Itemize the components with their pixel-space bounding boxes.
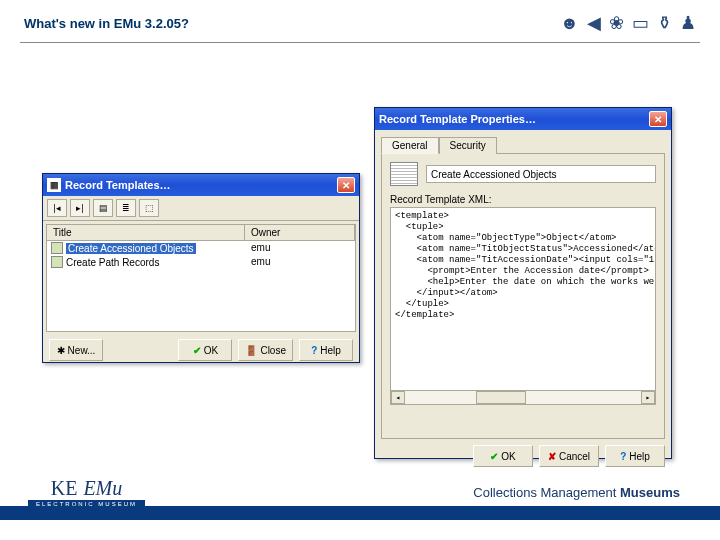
scroll-thumb[interactable]	[476, 391, 526, 404]
row-owner: emu	[245, 256, 355, 268]
page-header: What's new in EMu 3.2.05? ☻ ◀ ❀ ▭ ⚱ ♟	[0, 0, 720, 42]
footer-content: KE EMu ELECTRONIC MUSEUM Collections Man…	[0, 478, 720, 506]
xml-label: Record Template XML:	[390, 194, 656, 205]
horizontal-scrollbar[interactable]: ◂ ▸	[391, 390, 655, 404]
header-icon-row: ☻ ◀ ❀ ▭ ⚱ ♟	[560, 12, 696, 34]
window-icon: ▦	[47, 178, 61, 192]
scroll-track[interactable]	[405, 391, 641, 404]
logo-ke: KE	[51, 477, 78, 500]
vase-icon: ⚱	[657, 12, 672, 34]
delete-button[interactable]: ⬚	[139, 199, 159, 217]
question-icon: ?	[620, 451, 626, 462]
mask-icon: ☻	[560, 13, 579, 34]
document-icon	[51, 242, 63, 254]
logo-emu: EMu	[83, 477, 122, 500]
xml-content: <template> <tuple> <atom name="ObjectTyp…	[395, 211, 656, 320]
list-item[interactable]: Create Accessioned Objects emu	[47, 241, 355, 255]
window-titlebar[interactable]: ▦ Record Templates… ✕	[43, 174, 359, 196]
template-list: Title Owner Create Accessioned Objects e…	[46, 224, 356, 332]
button-row: ✔OK ✘Cancel ?Help	[375, 445, 671, 473]
check-icon: ✔	[193, 345, 201, 356]
tab-panel: Record Template XML: <template> <tuple> …	[381, 153, 665, 439]
row-owner: emu	[245, 242, 355, 254]
close-dialog-button[interactable]: 🚪Close	[238, 339, 293, 361]
scroll-right-button[interactable]: ▸	[641, 391, 655, 404]
nav-last-button[interactable]: ▸|	[70, 199, 90, 217]
window-titlebar[interactable]: Record Template Properties… ✕	[375, 108, 671, 130]
frame-icon: ▭	[632, 12, 649, 34]
column-title[interactable]: Title	[47, 225, 245, 240]
tab-security[interactable]: Security	[439, 137, 497, 154]
footer-bar	[0, 506, 720, 520]
scroll-left-button[interactable]: ◂	[391, 391, 405, 404]
check-icon: ✔	[490, 451, 498, 462]
close-button[interactable]: ✕	[337, 177, 355, 193]
question-icon: ?	[311, 345, 317, 356]
tagline: Collections Management Museums	[473, 485, 680, 500]
row-title: Create Accessioned Objects	[66, 243, 196, 254]
button-row: ✱New... ✔OK 🚪Close ?Help	[43, 335, 359, 365]
header-divider	[20, 42, 700, 43]
template-icon	[390, 162, 418, 186]
record-templates-window: ▦ Record Templates… ✕ |◂ ▸| ▤ ≣ ⬚ Title …	[42, 173, 360, 363]
record-template-properties-window: Record Template Properties… ✕ General Se…	[374, 107, 672, 459]
help-button[interactable]: ?Help	[299, 339, 353, 361]
template-title-field[interactable]	[426, 165, 656, 183]
window-title: Record Templates…	[65, 179, 171, 191]
ok-button[interactable]: ✔OK	[473, 445, 533, 467]
column-owner[interactable]: Owner	[245, 225, 355, 240]
help-button[interactable]: ?Help	[605, 445, 665, 467]
close-button[interactable]: ✕	[649, 111, 667, 127]
sort-button[interactable]: ≣	[116, 199, 136, 217]
footer-bottom	[0, 520, 720, 540]
content-area: ▦ Record Templates… ✕ |◂ ▸| ▤ ≣ ⬚ Title …	[0, 53, 720, 473]
cancel-button[interactable]: ✘Cancel	[539, 445, 599, 467]
page-footer: KE EMu ELECTRONIC MUSEUM Collections Man…	[0, 478, 720, 540]
list-header: Title Owner	[47, 225, 355, 241]
door-icon: 🚪	[245, 345, 257, 356]
tab-general[interactable]: General	[381, 137, 439, 154]
title-row	[390, 162, 656, 186]
new-button[interactable]: ✱New...	[49, 339, 103, 361]
toolbar: |◂ ▸| ▤ ≣ ⬚	[43, 196, 359, 221]
ok-button[interactable]: ✔OK	[178, 339, 232, 361]
window-title: Record Template Properties…	[379, 113, 536, 125]
statue-icon: ♟	[680, 12, 696, 34]
logo: KE EMu ELECTRONIC MUSEUM	[28, 477, 145, 508]
row-title: Create Path Records	[66, 257, 159, 268]
leaf-icon: ❀	[609, 12, 624, 34]
xml-textarea[interactable]: <template> <tuple> <atom name="ObjectTyp…	[390, 207, 656, 405]
page-title: What's new in EMu 3.2.05?	[24, 16, 189, 31]
logo-subtitle: ELECTRONIC MUSEUM	[28, 500, 145, 508]
nav-first-button[interactable]: |◂	[47, 199, 67, 217]
fish-icon: ◀	[587, 12, 601, 34]
tab-strip: General Security	[375, 130, 671, 153]
properties-button[interactable]: ▤	[93, 199, 113, 217]
document-icon	[51, 256, 63, 268]
star-icon: ✱	[57, 345, 65, 356]
list-item[interactable]: Create Path Records emu	[47, 255, 355, 269]
x-icon: ✘	[548, 451, 556, 462]
